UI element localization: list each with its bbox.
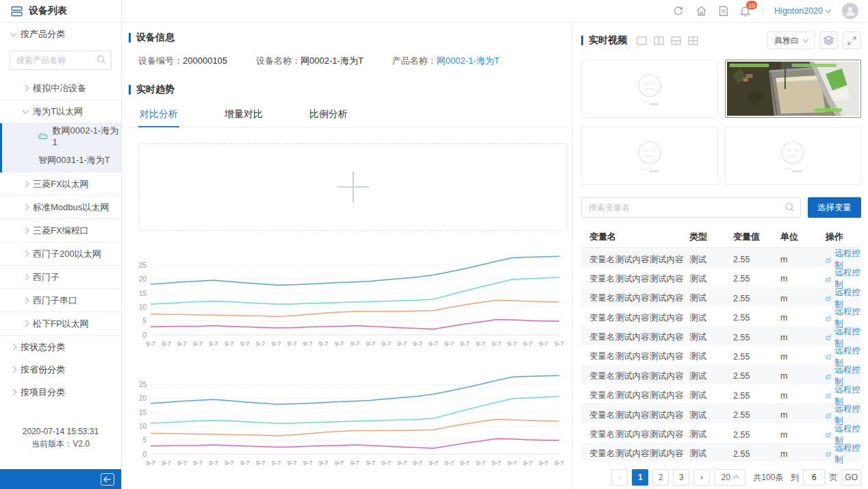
tree-item-label: 西门子串口 (33, 294, 77, 307)
svg-text:9-7: 9-7 (539, 459, 548, 466)
document-button[interactable] (719, 5, 728, 16)
go-button[interactable]: GO (841, 469, 861, 486)
tree-item-2[interactable]: 海为T以太网 (0, 100, 121, 123)
fullscreen-button[interactable] (843, 32, 861, 49)
layout-two-split-button[interactable] (654, 36, 664, 45)
field-value[interactable]: 网0002-1-海为T (437, 55, 500, 66)
remote-control-icon (826, 314, 832, 322)
product-search (0, 45, 121, 77)
field-label: 产品名称： (392, 55, 437, 66)
layers-icon (824, 36, 834, 45)
table-row: 变量名测试内容测试内容测试2.55m远程控制 (581, 248, 861, 267)
cell-name: 变量名测试内容测试内容 (589, 429, 689, 440)
next-page-button[interactable]: › (693, 469, 710, 486)
field-value: 网0002-1-海为T (301, 55, 363, 66)
sidebar-timestamp: 2020-07-14 15:53:31 (0, 425, 121, 438)
select-variable-button[interactable]: 选择变量 (808, 197, 861, 218)
expand-icon (847, 36, 856, 45)
layout-three-split-button[interactable] (671, 36, 681, 45)
add-chart-placeholder[interactable] (138, 143, 567, 231)
field-label: 设备名称： (256, 55, 301, 66)
tree-item-7[interactable]: 三菱FX编程口 (0, 219, 121, 242)
prev-page-button[interactable]: ‹ (611, 469, 628, 486)
tree-item-8[interactable]: 西门子200以太网 (0, 242, 121, 266)
layers-button[interactable] (819, 32, 838, 49)
cell-value: 2.55 (733, 313, 780, 323)
variable-search (581, 197, 801, 218)
chevron-right-icon (23, 181, 29, 188)
cell-type: 测试 (689, 292, 733, 304)
tree-item-4[interactable]: 智网0031-1-海为T (0, 148, 121, 173)
svg-text:9-7: 9-7 (256, 340, 266, 347)
tree-item-label: 数网0002-1-海为1 (53, 125, 121, 147)
svg-text:9-7: 9-7 (146, 459, 155, 466)
svg-text:20: 20 (139, 394, 147, 402)
svg-text:9-7: 9-7 (492, 340, 501, 347)
tree-item-12[interactable]: 按状态分类 (0, 336, 121, 358)
tree-item-11[interactable]: 松下FP以太网 (0, 312, 121, 336)
user-icon (845, 5, 856, 16)
document-icon (719, 5, 728, 16)
video-header-actions: 典雅白 (767, 32, 861, 49)
cell-name: 变量名测试内容测试内容 (589, 312, 689, 324)
remote-control-icon (826, 431, 832, 438)
table-row: 变量名测试内容测试内容测试2.55m远程控制 (581, 287, 861, 306)
tree-item-5[interactable]: 三菱FX以太网 (0, 173, 121, 196)
notifications-button[interactable]: 10 (740, 5, 750, 16)
chevron-right-icon (23, 227, 29, 234)
tab-对比分析[interactable]: 对比分析 (138, 104, 179, 127)
pagination: ‹123›20 共100条到页GO (581, 469, 861, 486)
home-button[interactable] (695, 5, 707, 16)
layout-grid-button[interactable] (688, 36, 698, 45)
svg-text:9-7: 9-7 (193, 459, 203, 466)
page-size-select[interactable]: 20 (714, 469, 745, 486)
variable-search-input[interactable] (581, 197, 801, 218)
video-variables-panel: 实时视频 (572, 23, 868, 489)
video-cell-3-empty[interactable] (725, 127, 862, 185)
tree-item-14[interactable]: 按项目分类 (0, 381, 121, 403)
tab-比例分析[interactable]: 比例分析 (308, 104, 349, 127)
layout-single-button[interactable] (637, 36, 647, 45)
tree-item-6[interactable]: 标准Modbus以太网 (0, 196, 121, 219)
cell-type: 测试 (689, 312, 733, 324)
cell-value: 2.55 (733, 371, 780, 381)
cell-value: 2.55 (733, 430, 780, 440)
sidebar-version: 当前版本：V2.0 (0, 438, 121, 451)
collapse-sidebar-button[interactable] (101, 473, 114, 486)
top-bar: 10 Hignton2020 (122, 0, 868, 23)
tab-增量对比[interactable]: 增量对比 (223, 104, 264, 127)
cell-type: 测试 (689, 273, 733, 285)
no-video-placeholder-icon (770, 137, 815, 175)
user-menu[interactable]: Hignton2020 (774, 6, 830, 16)
title-marker (581, 36, 583, 45)
video-cell-0-empty[interactable] (581, 60, 718, 118)
video-cell-1-camera[interactable] (725, 60, 862, 118)
tree-item-13[interactable]: 按省份分类 (0, 358, 121, 381)
jump-pre-label: 到 (791, 472, 799, 484)
svg-text:9-7: 9-7 (162, 459, 171, 466)
chevron-right-icon (23, 321, 29, 327)
tree-item-label: 模拟中冶设备 (33, 82, 86, 95)
tree-item-label: 按省份分类 (21, 364, 65, 376)
refresh-button[interactable] (673, 5, 684, 16)
page-button-3[interactable]: 3 (673, 469, 689, 486)
page-button-1[interactable]: 1 (632, 469, 648, 486)
cell-value: 2.55 (733, 274, 780, 284)
svg-text:9-7: 9-7 (209, 459, 218, 466)
tree-item-10[interactable]: 西门子串口 (0, 289, 121, 312)
notification-badge: 10 (746, 1, 757, 10)
page-button-2[interactable]: 2 (652, 469, 669, 486)
tree-item-3[interactable]: 数网0002-1-海为1 (0, 123, 121, 148)
tree-item-9[interactable]: 西门子 (0, 266, 121, 289)
tree-item-label: 西门子200以太网 (33, 248, 101, 260)
video-theme-select[interactable]: 典雅白 (767, 32, 815, 49)
tree-item-1[interactable]: 模拟中冶设备 (0, 77, 121, 100)
video-cell-2-empty[interactable] (581, 127, 718, 185)
jump-page-input[interactable] (803, 469, 825, 486)
avatar[interactable] (842, 3, 858, 19)
sidebar: 设备列表 按产品分类模拟中冶设备海为T以太网数网0002-1-海为1智网0031… (0, 0, 122, 489)
chevron-right-icon (10, 344, 17, 351)
remote-control-link[interactable]: 远程控制 (826, 442, 861, 466)
cell-type: 测试 (689, 448, 733, 460)
tree-item-0[interactable]: 按产品分类 (0, 23, 121, 45)
